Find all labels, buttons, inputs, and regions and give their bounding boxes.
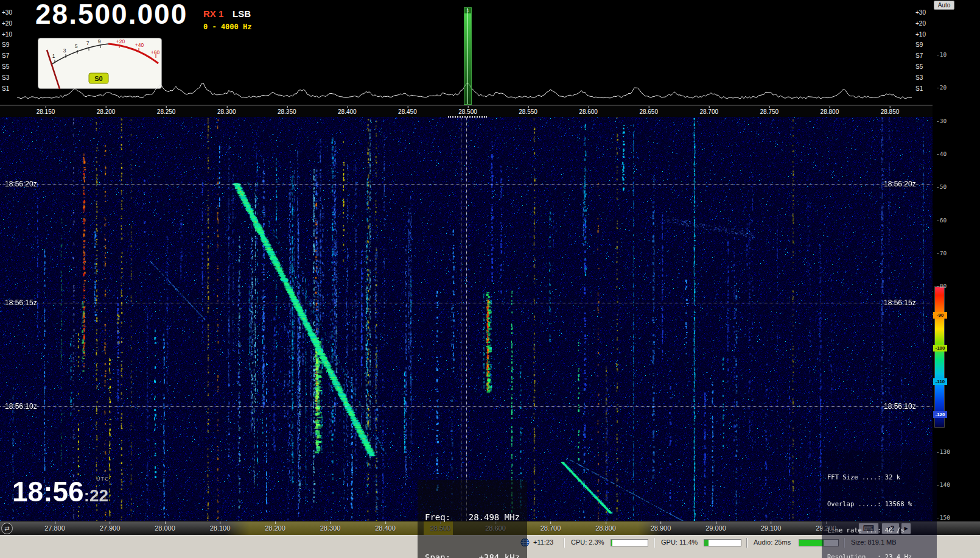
freq-tick-label: 28.350: [278, 108, 296, 115]
overlay-span-label: Span:: [425, 551, 457, 558]
waterfall-info-panel: FFT Size ....: 32 k Overlap .....: 13568…: [822, 451, 937, 558]
db-tick-label: -60: [936, 217, 947, 224]
db-scale-label: +20: [2, 20, 12, 27]
nav-tick-label: 27.900: [100, 524, 121, 532]
nav-tick-label: 27.800: [44, 524, 65, 532]
clock-hours-minutes: 18:56: [12, 476, 84, 507]
freq-tick-label: 28.150: [37, 108, 55, 115]
nav-tick-label: 28.100: [210, 524, 231, 532]
clock-utc-label: UTC: [96, 476, 110, 482]
timestamp-label: 18:56:15z: [5, 298, 37, 307]
pan-icon[interactable]: ⇄: [1, 523, 13, 534]
colorbar-label: -90: [933, 312, 947, 319]
freq-tick-label: 28.600: [579, 108, 598, 115]
db-tick-label: -130: [936, 448, 950, 455]
db-scale-label: +30: [915, 9, 926, 16]
info-line: FFT Size ....: 32 k: [827, 473, 931, 482]
cpu-bar: [611, 539, 648, 546]
db-scale-label: +30: [2, 9, 12, 16]
db-tick-label: -150: [936, 514, 950, 521]
overlay-span-value: ±384 kHz: [457, 551, 520, 558]
freq-tick-label: 28.500: [458, 108, 477, 115]
db-scale-label: +10: [2, 31, 12, 38]
auto-range-button[interactable]: Auto: [934, 1, 954, 10]
db-scale-label: +10: [915, 31, 926, 38]
db-tick-label: -70: [936, 250, 947, 256]
timestamp-label: 18:56:20z: [5, 180, 37, 188]
nav-tick-label: 28.000: [155, 524, 175, 532]
tuned-frequency-line: [461, 117, 462, 521]
clock-seconds: :22: [84, 486, 108, 505]
spectrum-panel[interactable]: +30+20+10S9S7S5S3S1 +30+20+10S9S7S5S3S1 …: [0, 0, 980, 117]
freq-tick-label: 28.400: [338, 108, 357, 115]
db-scale-label: S5: [915, 63, 923, 70]
db-tick-label: -50: [936, 183, 947, 190]
tuning-marker[interactable]: 1: [464, 7, 472, 105]
statusbar-separator: [564, 538, 564, 548]
nav-tick-label: 28.300: [320, 524, 341, 532]
overlay-freq-value: 28.498 MHz: [457, 510, 520, 524]
statusbar-separator: [746, 538, 747, 548]
db-tick-label: -10: [936, 51, 947, 58]
spectrum-baseline: [0, 105, 933, 105]
db-axis-strip: Auto -90-100-110-120 -10-20-30-40-50-60-…: [933, 0, 980, 521]
freq-tick-label: 28.550: [519, 108, 537, 115]
db-scale-label: S5: [2, 63, 9, 70]
db-tick-label: -80: [936, 283, 947, 289]
utc-offset: +11:23: [533, 539, 553, 546]
db-tick-label: -30: [936, 118, 947, 124]
cpu-usage: CPU: 2.3%: [571, 539, 604, 546]
db-scale-label: S7: [2, 52, 9, 59]
utc-clock: 18:56:22 UTC: [12, 475, 108, 510]
freq-tick-label: 28.300: [217, 108, 236, 115]
db-scale-label: S9: [915, 41, 923, 48]
freq-tick-label: 28.750: [760, 108, 779, 115]
audio-latency: Audio: 25ms: [754, 539, 791, 546]
freq-tick-label: 28.450: [398, 108, 417, 115]
nav-tick-label: 28.400: [375, 524, 396, 532]
info-line: Overlap .....: 13568 %: [827, 500, 931, 509]
colorbar-label: -100: [933, 345, 947, 351]
db-scale-label: +20: [915, 20, 926, 27]
colorbar-label: -120: [933, 411, 947, 418]
db-scale-label: S9: [2, 41, 9, 48]
nav-tick-label: 28.700: [541, 524, 561, 532]
freq-tick-label: 28.200: [97, 108, 116, 115]
colorbar-label: -110: [933, 378, 947, 385]
spectrum-right-scale: +30+20+10S9S7S5S3S1: [915, 0, 931, 106]
freq-span-overlay: Freq:28.498 MHz Span:±384 kHz: [418, 480, 527, 558]
timestamp-label: 18:56:10z: [5, 402, 37, 411]
waterfall-colorbar[interactable]: -90-100-110-120: [934, 286, 945, 428]
info-line: Resolution ..: 23.4 Hz: [827, 553, 931, 558]
nav-tick-label: 29.100: [761, 524, 782, 532]
db-scale-label: S3: [2, 74, 9, 81]
db-scale-label: S3: [915, 74, 923, 81]
nav-tick-label: 28.200: [265, 524, 285, 532]
freq-tick-label: 28.800: [821, 108, 839, 115]
db-tick-label: -140: [936, 481, 950, 488]
timestamp-label: 18:56:15z: [884, 298, 916, 307]
freq-tick-label: 28.650: [639, 108, 658, 115]
db-tick-label: -40: [936, 150, 947, 157]
overlay-freq-label: Freq:: [425, 510, 457, 524]
tuned-frequency-line: [466, 117, 467, 521]
info-line: Line rate ...: 40 /s: [827, 526, 931, 535]
freq-tick-label: 28.850: [881, 108, 900, 115]
db-scale-label: S1: [2, 85, 9, 92]
timestamp-label: 18:56:20z: [884, 180, 916, 188]
nav-tick-label: 28.800: [595, 524, 616, 532]
tuned-frequency-dots: [448, 115, 487, 118]
nav-tick-label: 28.900: [651, 524, 671, 532]
db-scale-label: S1: [915, 85, 923, 92]
freq-tick-label: 28.250: [157, 108, 176, 115]
timestamp-label: 18:56:10z: [884, 402, 916, 411]
db-scale-label: S7: [915, 52, 923, 59]
freq-tick-label: 28.700: [699, 108, 718, 115]
tuning-marker-number: 1: [464, 8, 471, 13]
spectrum-left-scale: +30+20+10S9S7S5S3S1: [2, 0, 18, 106]
db-tick-label: -20: [936, 84, 947, 91]
nav-tick-label: 29.000: [705, 524, 726, 532]
gpu-bar: [704, 539, 741, 546]
sdr-console-window: +30+20+10S9S7S5S3S1 +30+20+10S9S7S5S3S1 …: [0, 0, 980, 558]
gpu-usage: GPU: 11.4%: [661, 539, 698, 546]
